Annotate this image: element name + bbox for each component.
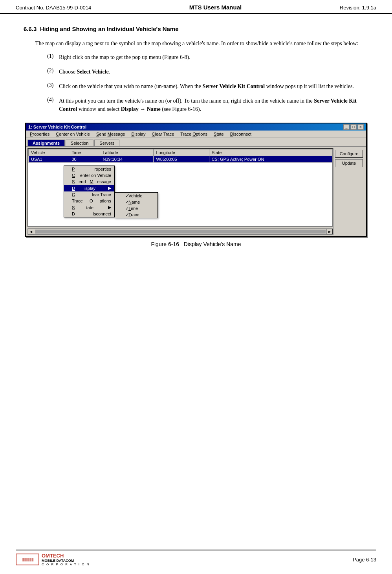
cell-vehicle: USA1 (29, 156, 69, 163)
context-menu: Properties Center on Vehicle Send Messag… (64, 166, 115, 217)
col-time: Time (69, 149, 100, 156)
dialog-side: Configure Update (333, 148, 365, 235)
ctx-trace-options[interactable]: Trace Options (64, 198, 114, 204)
logo-omtech: OMTECH (42, 553, 90, 559)
step-2-text: Choose Select Vehicle. (59, 68, 110, 76)
sub-vehicle[interactable]: ✓Vehicle (115, 193, 158, 199)
maximize-button[interactable]: □ (350, 124, 357, 130)
ctx-state[interactable]: State ▶ (64, 204, 114, 211)
menu-center-on-vehicle[interactable]: Center on Vehicle (53, 131, 92, 137)
step-3-text: Click on the vehicle that you wish to na… (59, 82, 354, 90)
step-4-text: At this point you can turn the vehicle's… (59, 97, 368, 113)
logo-mobile-datacom: MOBILE DATACOM (42, 559, 90, 563)
step-3: (3) Click on the vehicle that you wish t… (47, 82, 368, 90)
page-content: 6.6.3 Hiding and Showing an Individual V… (0, 14, 392, 272)
page-header: Contract No. DAAB15-99-D-0014 MTS Users … (0, 0, 392, 14)
win-menubar: Properties Center on Vehicle Send Messag… (26, 131, 366, 138)
titlebar-buttons: _ □ × (343, 124, 364, 130)
sub-trace[interactable]: ✓Trace (115, 212, 158, 218)
ctx-disconnect[interactable]: Disconnect (64, 211, 114, 217)
ctx-center-on-vehicle[interactable]: Center on Vehicle (64, 172, 114, 178)
figure-container: 1: Server Vehicle Kit Control _ □ × Prop… (24, 123, 368, 247)
win-titlebar: 1: Server Vehicle Kit Control _ □ × (26, 123, 366, 131)
figure-label: Figure 6-16 Display Vehicle's Name (151, 241, 241, 247)
minimize-button[interactable]: _ (343, 124, 350, 130)
footer-logo: ▐▐▐▐▐▐ OMTECH MOBILE DATACOM C O R P O R… (16, 553, 90, 566)
step-1: (1) Right click on the map to get the po… (47, 53, 368, 61)
cell-latitude: N39:10:34 (100, 156, 154, 163)
win-tabs: Assignments Selection Servers (26, 138, 366, 146)
col-latitude: Latitude (100, 149, 154, 156)
company-name: OMTECH MOBILE DATACOM C O R P O R A T I … (42, 553, 90, 566)
header-revision: Revision: 1.9.1a (340, 5, 376, 11)
step-4: (4) At this point you can turn the vehic… (47, 97, 368, 113)
cell-state: CS; GPS Active; Power ON (209, 156, 332, 163)
ctx-properties[interactable]: Properties (64, 166, 114, 172)
tab-servers[interactable]: Servers (94, 140, 119, 146)
win-title: 1: Server Vehicle Kit Control (28, 125, 86, 129)
sub-name[interactable]: ✓Name (115, 199, 158, 205)
figure-caption: Figure 6-16 Display Vehicle's Name (24, 241, 368, 247)
logo-corporation: C O R P O R A T I O N (42, 563, 90, 566)
dialog-main: Vehicle Time Latitude Longitude State (27, 148, 333, 235)
update-button[interactable]: Update (335, 159, 363, 167)
page-number: Page 6-13 (353, 557, 376, 563)
tab-assignments[interactable]: Assignments (27, 140, 65, 146)
horizontal-scrollbar[interactable]: ◀ ▶ (27, 228, 333, 235)
logo-icon: ▐▐▐▐▐▐ (16, 554, 39, 565)
menu-clear-trace[interactable]: Clear Trace (149, 131, 176, 137)
scroll-track[interactable] (35, 230, 326, 234)
col-state: State (209, 149, 332, 156)
close-button[interactable]: × (357, 124, 364, 130)
scroll-left-btn[interactable]: ◀ (28, 229, 34, 234)
menu-properties[interactable]: Properties (27, 131, 52, 137)
intro-text: The map can display a tag next to the sy… (35, 39, 368, 48)
section-number: 6.6.3 (24, 26, 37, 32)
ctx-send-message[interactable]: Send Message (64, 178, 114, 185)
step-1-text: Right click on the map to get the pop up… (59, 53, 191, 61)
section-title: Hiding and Showing an Individual Vehicle… (40, 26, 179, 32)
data-table: Vehicle Time Latitude Longitude State (28, 149, 332, 163)
menu-disconnect[interactable]: Disconnect (228, 131, 254, 137)
col-vehicle: Vehicle (29, 149, 69, 156)
menu-display[interactable]: Display (129, 131, 148, 137)
ctx-clear-trace[interactable]: Clear Trace (64, 191, 114, 198)
menu-trace-options[interactable]: Trace Options (178, 131, 210, 137)
sub-time[interactable]: ✓Time (115, 205, 158, 212)
ctx-display[interactable]: Display ▶ (64, 185, 114, 191)
step-2: (2) Choose Select Vehicle. (47, 68, 368, 76)
page-footer: ▐▐▐▐▐▐ OMTECH MOBILE DATACOM C O R P O R… (16, 550, 376, 566)
header-contract: Contract No. DAAB15-99-D-0014 (16, 5, 91, 11)
scroll-right-btn[interactable]: ▶ (326, 229, 333, 234)
submenu: ✓Vehicle ✓Name ✓Time ✓Trace (115, 192, 158, 218)
col-longitude: Longitude (154, 149, 209, 156)
cell-time: 00 (69, 156, 100, 163)
dialog-body: Vehicle Time Latitude Longitude State (27, 148, 365, 235)
tab-selection[interactable]: Selection (66, 140, 93, 146)
section-heading: 6.6.3 Hiding and Showing an Individual V… (24, 26, 368, 32)
menu-send-message[interactable]: Send Message (94, 131, 127, 137)
cell-longitude: W85:00:05 (154, 156, 209, 163)
header-title: MTS Users Manual (189, 4, 242, 11)
win-content: Vehicle Time Latitude Longitude State (26, 146, 366, 236)
configure-button[interactable]: Configure (335, 150, 363, 158)
menu-state[interactable]: State (211, 131, 226, 137)
table-area: Vehicle Time Latitude Longitude State (27, 148, 333, 227)
table-row[interactable]: USA1 00 N39:10:34 W85:00:05 CS; GPS Acti… (29, 156, 332, 163)
win-dialog: 1: Server Vehicle Kit Control _ □ × Prop… (25, 123, 367, 237)
